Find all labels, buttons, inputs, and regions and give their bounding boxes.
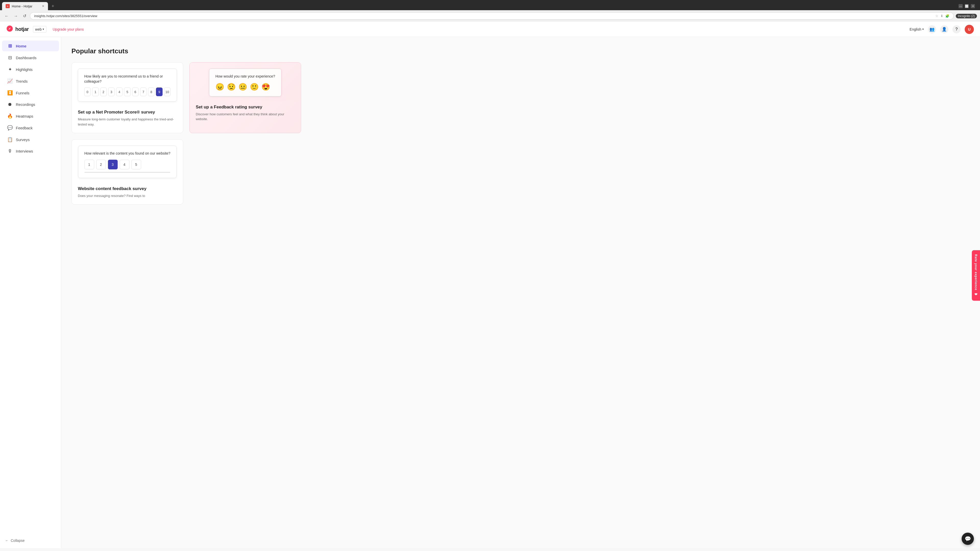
browser-chrome: h Home - Hotjar ✕ + — ⬜ ✕ ← → ↺ insights… — [0, 0, 980, 22]
nps-7: 7 — [140, 87, 146, 96]
nps-2: 2 — [100, 87, 107, 96]
likert-1: 1 — [84, 160, 94, 169]
user-plus-icon[interactable]: 👤 — [940, 25, 948, 33]
language-selector[interactable]: English ▾ — [910, 27, 924, 32]
sidebar-item-highlights[interactable]: ✦ Highlights — [2, 64, 59, 75]
likert-scale: 1 2 3 4 5 — [84, 160, 170, 169]
browser-tab-active[interactable]: h Home - Hotjar ✕ — [2, 2, 48, 10]
likert-5: 5 — [131, 160, 141, 169]
main-content: Popular shortcuts How likely are you to … — [61, 37, 980, 548]
nps-card[interactable]: How likely are you to recommend us to a … — [72, 62, 183, 133]
url-text: insights.hotjar.com/sites/3825551/overvi… — [34, 14, 933, 18]
close-button[interactable]: ✕ — [971, 4, 975, 8]
sidebar: ⊞ Home ⊟ Dashboards ✦ Highlights 📈 Trend… — [0, 37, 61, 548]
sidebar-item-trends[interactable]: 📈 Trends — [2, 76, 59, 86]
nps-4: 4 — [116, 87, 123, 96]
team-icon[interactable]: 👥 — [928, 25, 936, 33]
lang-chevron-icon: ▾ — [922, 27, 924, 31]
content-feedback-body: Website content feedback survey Does you… — [72, 182, 183, 205]
emoji-happy: 🙂 — [250, 83, 259, 91]
nps-6: 6 — [132, 87, 138, 96]
url-bar[interactable]: insights.hotjar.com/sites/3825551/overvi… — [30, 12, 954, 20]
main-area: ⊞ Home ⊟ Dashboards ✦ Highlights 📈 Trend… — [0, 37, 980, 548]
emoji-angry: 😠 — [215, 83, 224, 91]
rate-experience-tab[interactable]: Rate your experience ❤ — [972, 250, 980, 301]
feedback-preview-box: How would you rate your experience? 😠 😟 … — [209, 68, 282, 97]
sidebar-item-home[interactable]: ⊞ Home — [2, 41, 59, 51]
dashboards-icon: ⊟ — [7, 55, 13, 60]
feedback-rating-card[interactable]: How would you rate your experience? 😠 😟 … — [189, 62, 301, 133]
help-icon[interactable]: ? — [953, 25, 961, 33]
svg-text:h: h — [7, 5, 8, 7]
nps-1: 1 — [92, 87, 99, 96]
shortcuts-grid: How likely are you to recommend us to a … — [72, 62, 301, 205]
incognito-badge: Incognito (2) — [956, 14, 977, 18]
tab-favicon: h — [6, 4, 10, 8]
tab-close-button[interactable]: ✕ — [42, 4, 45, 8]
nps-scale: 0 1 2 3 4 5 6 7 8 9 10 — [84, 87, 170, 96]
maximize-button[interactable]: ⬜ — [965, 4, 969, 8]
content-feedback-desc: Does your messaging resonate? Find ways … — [78, 193, 177, 198]
sidebar-label-home: Home — [16, 44, 27, 48]
trends-icon: 📈 — [7, 78, 13, 84]
sidebar-item-feedback[interactable]: 💬 Feedback — [2, 122, 59, 133]
app-header: hotjar web ▾ Upgrade your plans English … — [0, 22, 980, 37]
nps-preview-box: How likely are you to recommend us to a … — [78, 68, 177, 102]
rate-experience-icon: ❤ — [974, 292, 978, 297]
feedback-rating-preview: How would you rate your experience? 😠 😟 … — [189, 62, 301, 100]
nps-9: 9 — [156, 87, 162, 96]
hotjar-logo: hotjar — [6, 25, 29, 34]
web-selector[interactable]: web ▾ — [33, 26, 47, 33]
sidebar-label-interviews: Interviews — [16, 149, 33, 153]
sidebar-item-dashboards[interactable]: ⊟ Dashboards — [2, 52, 59, 63]
forward-button[interactable]: → — [12, 13, 19, 19]
collapse-button[interactable]: ← Collapse — [0, 536, 61, 545]
sidebar-item-interviews[interactable]: 🎙 Interviews — [2, 146, 59, 156]
feedback-rating-title: Set up a Feedback rating survey — [196, 105, 295, 110]
sidebar-item-heatmaps[interactable]: 🔥 Heatmaps — [2, 111, 59, 121]
bookmark-icon[interactable]: ☆ — [935, 14, 939, 18]
chat-button[interactable]: 💬 — [962, 533, 974, 545]
collapse-label: Collapse — [11, 538, 24, 543]
logo-icon — [6, 25, 13, 34]
content-preview-box: How relevant is the content you found on… — [78, 146, 177, 178]
extensions-icon[interactable]: 🧩 — [945, 14, 950, 18]
nps-card-desc: Measure long-term customer loyalty and h… — [78, 117, 177, 127]
nps-3: 3 — [108, 87, 115, 96]
sidebar-item-funnels[interactable]: ⏬ Funnels — [2, 87, 59, 98]
nps-card-title: Set up a Net Promoter Score® survey — [78, 110, 177, 115]
rate-experience-label: Rate your experience — [974, 254, 978, 290]
sidebar-bottom: ← Collapse — [0, 536, 61, 545]
new-tab-button[interactable]: + — [49, 3, 57, 10]
content-feedback-title: Website content feedback survey — [78, 186, 177, 191]
surveys-icon: 📋 — [7, 137, 13, 142]
window-controls: — ⬜ ✕ — [956, 3, 978, 9]
sidebar-label-highlights: Highlights — [16, 67, 33, 72]
avatar[interactable]: U — [965, 25, 974, 34]
interviews-icon: 🎙 — [7, 148, 13, 154]
tab-bar: h Home - Hotjar ✕ + — ⬜ ✕ — [0, 0, 980, 10]
download-icon[interactable]: ⬇ — [940, 14, 943, 18]
page-title: Popular shortcuts — [72, 47, 970, 55]
sidebar-item-recordings[interactable]: ⏺ Recordings — [2, 99, 59, 110]
back-button[interactable]: ← — [3, 13, 10, 19]
upgrade-link[interactable]: Upgrade your plans — [52, 27, 84, 32]
app-container: hotjar web ▾ Upgrade your plans English … — [0, 22, 980, 548]
nps-0: 0 — [84, 87, 91, 96]
feedback-preview-question: How would you rate your experience? — [215, 74, 275, 79]
web-chevron-icon: ▾ — [43, 27, 44, 31]
home-icon: ⊞ — [7, 43, 13, 49]
minimize-button[interactable]: — — [959, 4, 963, 8]
reload-button[interactable]: ↺ — [21, 13, 28, 19]
nps-card-body: Set up a Net Promoter Score® survey Meas… — [72, 106, 183, 133]
chat-icon: 💬 — [965, 536, 971, 542]
sidebar-item-surveys[interactable]: 📋 Surveys — [2, 134, 59, 145]
heatmaps-icon: 🔥 — [7, 113, 13, 119]
content-feedback-preview: How relevant is the content you found on… — [72, 140, 183, 182]
nps-10: 10 — [164, 87, 170, 96]
sidebar-label-heatmaps: Heatmaps — [16, 114, 33, 118]
content-feedback-card[interactable]: How relevant is the content you found on… — [72, 139, 183, 205]
highlights-icon: ✦ — [7, 67, 13, 72]
web-label: web — [35, 27, 42, 32]
nps-8: 8 — [148, 87, 154, 96]
